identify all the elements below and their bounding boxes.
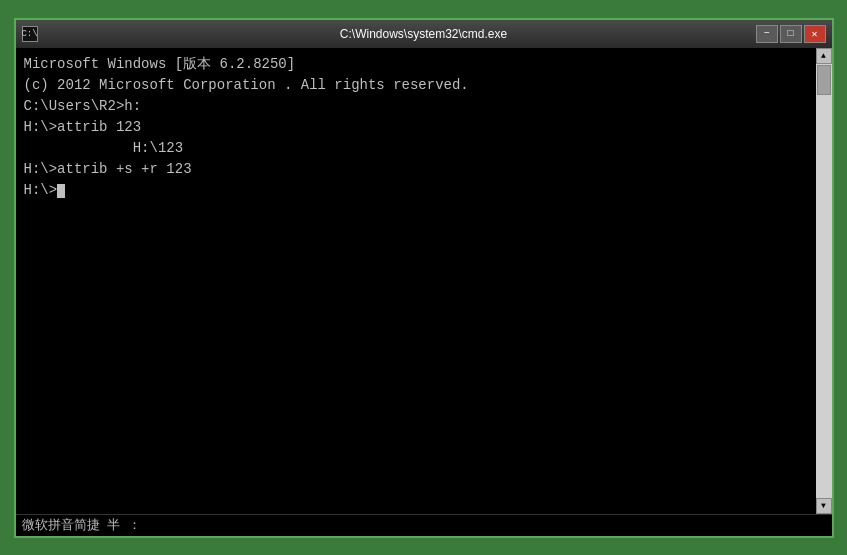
- terminal-line: H:\123: [24, 138, 808, 159]
- minimize-button[interactable]: −: [756, 25, 778, 43]
- window-title: C:\Windows\system32\cmd.exe: [340, 27, 507, 41]
- window-body: Microsoft Windows [版本 6.2.8250](c) 2012 …: [16, 48, 832, 514]
- terminal-line: (c) 2012 Microsoft Corporation . All rig…: [24, 75, 808, 96]
- terminal-line: H:\>attrib 123: [24, 117, 808, 138]
- titlebar-left: C:\: [22, 26, 38, 42]
- scroll-up-button[interactable]: ▲: [816, 48, 832, 64]
- statusbar: 微软拼音简捷 半 ：: [16, 514, 832, 536]
- cmd-icon: C:\: [22, 26, 38, 42]
- terminal-line: C:\Users\R2>h:: [24, 96, 808, 117]
- scrollbar[interactable]: ▲ ▼: [816, 48, 832, 514]
- terminal-line: Microsoft Windows [版本 6.2.8250]: [24, 54, 808, 75]
- cursor: [57, 184, 65, 198]
- scroll-down-button[interactable]: ▼: [816, 498, 832, 514]
- close-button[interactable]: ✕: [804, 25, 826, 43]
- maximize-button[interactable]: □: [780, 25, 802, 43]
- terminal-output[interactable]: Microsoft Windows [版本 6.2.8250](c) 2012 …: [16, 48, 816, 514]
- scrollbar-track: [816, 64, 832, 498]
- cmd-window: C:\ C:\Windows\system32\cmd.exe − □ ✕ Mi…: [14, 18, 834, 538]
- terminal-line: H:\>attrib +s +r 123: [24, 159, 808, 180]
- titlebar-buttons: − □ ✕: [756, 25, 826, 43]
- statusbar-text: 微软拼音简捷 半 ：: [22, 516, 142, 534]
- titlebar: C:\ C:\Windows\system32\cmd.exe − □ ✕: [16, 20, 832, 48]
- scrollbar-thumb[interactable]: [817, 65, 831, 95]
- terminal-line: H:\>: [24, 180, 808, 201]
